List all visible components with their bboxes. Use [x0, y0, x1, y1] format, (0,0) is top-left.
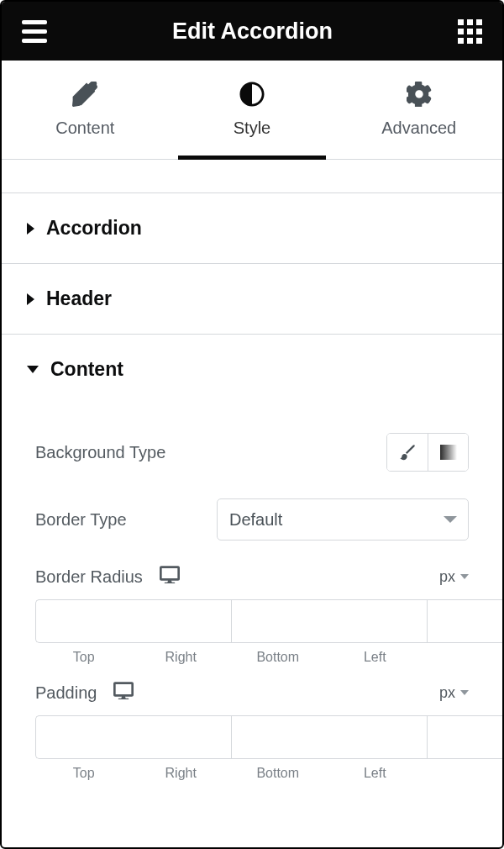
side-label-left: Left	[327, 650, 424, 665]
tab-label: Style	[234, 119, 270, 138]
section-toggle-content[interactable]: Content	[2, 335, 502, 404]
padding-inputs	[35, 715, 469, 759]
section-title-text: Header	[46, 287, 112, 310]
pencil-icon	[72, 82, 97, 107]
unit-selector[interactable]: px	[439, 568, 469, 586]
tabs: Content Style Advanced	[2, 61, 502, 160]
gear-icon	[407, 82, 432, 107]
section-title-text: Accordion	[46, 217, 142, 240]
chevron-down-icon	[460, 574, 469, 579]
control-label: Background Type	[35, 443, 165, 462]
side-label-bottom: Bottom	[229, 650, 327, 665]
apps-icon[interactable]	[458, 19, 482, 44]
tab-label: Advanced	[381, 119, 456, 138]
control-padding: Padding px Top	[35, 682, 469, 781]
side-label-right: Right	[133, 650, 230, 665]
section-title-text: Content	[50, 358, 123, 381]
side-label-top: Top	[35, 766, 133, 781]
control-label: Padding	[35, 683, 97, 703]
gradient-icon	[440, 445, 457, 460]
control-border-radius: Border Radius px	[35, 566, 469, 665]
border-type-select[interactable]: Default	[217, 498, 469, 541]
section-toggle-header[interactable]: Header	[2, 264, 502, 334]
control-background-type: Background Type	[35, 419, 469, 485]
border-type-select-wrap: Default	[217, 498, 469, 541]
border-radius-top-input[interactable]	[35, 599, 231, 643]
tab-content[interactable]: Content	[2, 61, 169, 159]
side-label-bottom: Bottom	[229, 766, 327, 781]
half-circle-icon	[239, 82, 265, 107]
chevron-right-icon	[27, 293, 34, 305]
section-accordion: Accordion	[2, 193, 502, 264]
control-label: Border Type	[35, 510, 127, 530]
page-title: Edit Accordion	[172, 18, 333, 45]
chevron-right-icon	[27, 223, 34, 235]
side-label-left: Left	[327, 766, 424, 781]
top-bar: Edit Accordion	[2, 2, 502, 61]
responsive-desktop-icon[interactable]	[160, 566, 180, 588]
spacer	[2, 160, 502, 193]
control-label: Border Radius	[35, 567, 143, 587]
section-header: Header	[2, 264, 502, 335]
border-radius-bottom-input[interactable]	[427, 599, 504, 643]
background-type-toggle	[386, 433, 469, 472]
side-label-right: Right	[133, 766, 230, 781]
background-gradient-button[interactable]	[428, 434, 468, 471]
padding-bottom-input[interactable]	[427, 715, 504, 759]
border-radius-labels: Top Right Bottom Left	[35, 650, 469, 665]
section-body-content: Background Type Border Type Default	[2, 404, 502, 798]
padding-top-input[interactable]	[35, 715, 231, 759]
background-classic-button[interactable]	[387, 434, 428, 471]
section-content: Content Background Type Border Type Defa…	[2, 335, 502, 798]
unit-selector[interactable]: px	[439, 684, 469, 702]
section-toggle-accordion[interactable]: Accordion	[2, 193, 502, 263]
unit-label: px	[439, 684, 455, 702]
responsive-desktop-icon[interactable]	[113, 682, 134, 704]
border-radius-inputs	[35, 599, 469, 643]
brush-icon	[399, 444, 416, 461]
padding-right-input[interactable]	[231, 715, 427, 759]
side-label-top: Top	[35, 650, 133, 665]
control-border-type: Border Type Default	[35, 485, 469, 554]
padding-labels: Top Right Bottom Left	[35, 766, 469, 781]
tab-advanced[interactable]: Advanced	[335, 61, 502, 159]
chevron-down-icon	[27, 366, 39, 373]
unit-label: px	[439, 568, 455, 586]
menu-icon[interactable]	[22, 20, 47, 43]
tab-style[interactable]: Style	[169, 61, 336, 159]
chevron-down-icon	[460, 690, 469, 695]
border-radius-right-input[interactable]	[231, 599, 427, 643]
tab-label: Content	[55, 119, 114, 138]
